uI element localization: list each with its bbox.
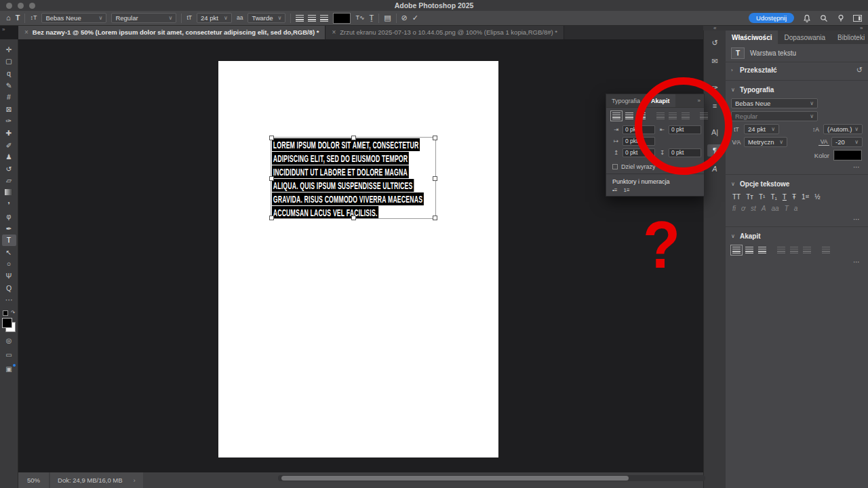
prop-font-style-select[interactable]: Regular∨ [731, 111, 818, 121]
transform-handle-tl[interactable] [269, 136, 274, 140]
prop-justify-right-icon[interactable] [803, 247, 811, 253]
marquee-tool[interactable]: ▢ [2, 56, 16, 68]
standard-ligatures-icon[interactable]: fi [732, 205, 736, 212]
comments-panel-icon[interactable]: ✉ [707, 55, 722, 67]
home-icon[interactable]: ⌂ [6, 14, 11, 22]
prop-kerning-select[interactable]: Metryczn∨ [744, 137, 787, 147]
workspace-icon[interactable] [853, 15, 862, 22]
brush-tool[interactable]: ✐ [2, 139, 16, 151]
scrollbar-thumb[interactable] [281, 476, 629, 481]
align-center-icon[interactable] [308, 15, 316, 22]
zoom-level-field[interactable]: 50% [18, 472, 49, 488]
frame-tool[interactable]: ⊠ [2, 103, 16, 115]
discover-lightbulb-icon[interactable] [836, 14, 845, 22]
dodge-tool[interactable]: φ [2, 210, 16, 222]
text-color-swatch[interactable] [333, 13, 351, 24]
popup-align-left-icon[interactable] [612, 113, 620, 119]
prop-font-size-select[interactable]: 24 pkt∨ [744, 124, 779, 134]
paragraph-more-icon[interactable]: ⋯ [726, 257, 868, 267]
type-tool-icon[interactable]: T [16, 14, 20, 22]
discretionary-ligatures-icon[interactable]: ơ [741, 205, 745, 212]
transform-handle-br[interactable] [433, 216, 437, 220]
type-color-swatch[interactable] [834, 150, 861, 160]
transform-section-header[interactable]: › Przekształć ↺ [726, 62, 868, 78]
transform-handle-ml[interactable] [269, 176, 274, 181]
blur-tool[interactable]: ❜ [2, 199, 16, 211]
font-family-select[interactable]: Bebas Neue∨ [41, 13, 106, 23]
reset-transform-icon[interactable]: ↺ [856, 66, 863, 75]
document-page[interactable] [218, 61, 498, 458]
cancel-edits-icon[interactable]: ⊘ [401, 14, 408, 22]
quick-mask-icon[interactable]: ◎ [2, 335, 16, 346]
font-size-select[interactable]: 24 pkt∨ [197, 13, 232, 23]
typography-section-header[interactable]: ∨ Typografia [726, 83, 868, 97]
numbered-list-icon[interactable]: 1≡ [623, 188, 629, 193]
pen-tool[interactable]: ✒ [2, 222, 16, 235]
ellipse-tool[interactable]: ○ [2, 258, 16, 270]
collapse-panels-icon[interactable]: « [713, 25, 716, 31]
titling-alternates-icon[interactable]: aa [772, 205, 779, 212]
strikethrough-icon[interactable]: Ŧ [792, 193, 796, 201]
paragraph-section-header[interactable]: ∨ Akapit [726, 229, 868, 243]
move-tool[interactable]: ✛ [2, 43, 16, 56]
ordinals-icon[interactable]: 1ˢᵗ [802, 193, 809, 201]
quick-selection-tool[interactable]: ✎ [2, 79, 16, 92]
align-left-icon[interactable] [296, 15, 304, 22]
prop-justify-left-icon[interactable] [777, 247, 785, 253]
swap-colors-icon[interactable]: ↷ [11, 310, 16, 316]
tab-wlasciwosci[interactable]: Właściwości [726, 30, 778, 44]
prop-align-center-icon[interactable] [745, 247, 753, 253]
transform-handle-bl[interactable] [269, 216, 274, 220]
underline-icon[interactable]: T [783, 193, 787, 201]
justification-alternates-icon[interactable]: T [785, 205, 789, 212]
align-right-icon[interactable] [320, 15, 328, 22]
prop-tracking-select[interactable]: -20∨ [831, 137, 863, 147]
healing-brush-tool[interactable]: ✚ [2, 127, 16, 139]
prop-justify-center-icon[interactable] [790, 247, 798, 253]
popup-align-center-icon[interactable] [625, 113, 633, 119]
stylistic-alternates-icon[interactable]: A [762, 205, 766, 212]
bullet-list-icon[interactable]: •≡ [612, 188, 617, 193]
all-caps-icon[interactable]: TT [732, 193, 741, 201]
more-tools[interactable]: ⋯ [2, 293, 16, 306]
default-colors-icon[interactable] [3, 310, 8, 316]
screen-mode-icon[interactable]: ▭ [2, 349, 16, 361]
foreground-color-swatch[interactable] [2, 318, 12, 328]
bell-icon[interactable] [802, 14, 811, 22]
baseline-icon[interactable]: Ṯ [369, 14, 374, 22]
history-brush-tool[interactable]: ↺ [2, 163, 16, 175]
transform-handle-tm[interactable] [351, 136, 356, 140]
crop-tool[interactable]: # [2, 91, 16, 103]
gradient-tool[interactable] [2, 186, 16, 199]
eraser-tool[interactable]: ▱ [2, 175, 16, 187]
toggle-panels-icon[interactable]: ▤ [384, 14, 391, 22]
document-tab-active[interactable]: × Bez nazwy-1 @ 50% (Lorem ipsum dolor s… [18, 25, 326, 39]
lasso-tool[interactable]: ɋ [2, 67, 16, 79]
document-tab-inactive[interactable]: × Zrzut ekranu 2025-07-13 o 10.44.05.png… [326, 25, 564, 39]
close-tab-icon[interactable]: × [24, 28, 28, 36]
type-tool[interactable]: T [2, 235, 16, 247]
prop-justify-all-icon[interactable] [822, 247, 830, 253]
tab-biblioteki[interactable]: Biblioteki [831, 30, 868, 44]
text-orientation-icon[interactable]: ↕T [30, 15, 37, 21]
warp-text-icon[interactable]: T∿ [355, 15, 364, 21]
transform-handle-tr[interactable] [433, 136, 437, 140]
ornaments-icon[interactable]: a [794, 205, 798, 212]
checkbox-icon[interactable] [612, 164, 618, 169]
transform-handle-mr[interactable] [433, 176, 437, 181]
history-panel-icon[interactable]: ↺ [707, 37, 722, 49]
share-button[interactable]: Udostępnij [749, 13, 794, 23]
close-tab-icon[interactable]: × [332, 28, 336, 36]
prop-font-family-select[interactable]: Bebas Neue∨ [731, 98, 818, 108]
small-caps-icon[interactable]: Tᴛ [746, 193, 753, 201]
prop-leading-select[interactable]: (Autom.)∨ [823, 124, 863, 134]
prop-align-left-icon[interactable] [732, 247, 741, 253]
fractions-icon[interactable]: ½ [814, 193, 820, 201]
clone-stamp-tool[interactable]: ♟ [2, 150, 16, 163]
antialias-select[interactable]: Twarde∨ [248, 13, 285, 23]
expand-panels-icon[interactable]: » [860, 25, 863, 31]
commit-edits-icon[interactable]: ✓ [412, 14, 418, 22]
tab-dopasowania[interactable]: Dopasowania [778, 30, 831, 44]
search-icon[interactable] [819, 14, 828, 22]
subscript-icon[interactable]: T₁ [770, 193, 776, 201]
